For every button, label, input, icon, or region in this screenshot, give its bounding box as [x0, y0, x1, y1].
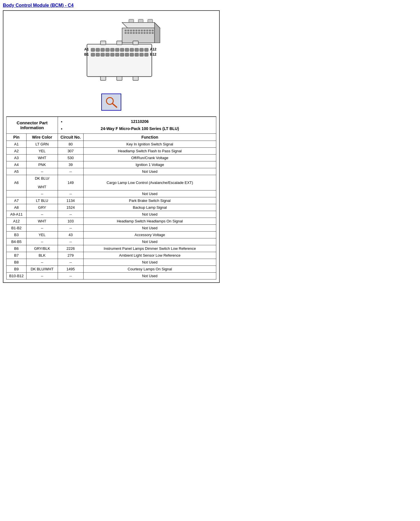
function-cell: Not Used: [84, 273, 216, 279]
svg-rect-26: [138, 19, 143, 23]
circuit-no-cell: --: [58, 225, 84, 232]
svg-rect-16: [130, 32, 132, 34]
function-cell: Ambient Light Sensor Low Reference: [84, 252, 216, 259]
svg-rect-14: [125, 32, 126, 34]
svg-rect-4: [128, 30, 129, 31]
svg-rect-48: [96, 53, 100, 56]
wire-color-cell: LT GRN: [27, 141, 58, 148]
svg-rect-12: [149, 30, 151, 31]
svg-rect-3: [125, 30, 126, 31]
part-info-1: 24-Way F Micro-Pack 100 Series (LT BLU): [65, 125, 214, 132]
table-row: B7BLK279Ambient Light Sensor Low Referen…: [7, 252, 216, 259]
wire-color-cell: --: [27, 273, 58, 279]
svg-rect-54: [125, 53, 129, 56]
pin-cell: [7, 190, 27, 197]
wire-color-cell: YEL: [27, 232, 58, 238]
table-row: ----Not Used: [7, 190, 216, 197]
wire-color-cell: WHT: [27, 218, 58, 225]
function-cell: Not Used: [84, 211, 216, 218]
pin-cell: B6: [7, 245, 27, 252]
table-row: B1-B2----Not Used: [7, 225, 216, 232]
circuit-no-cell: --: [58, 238, 84, 245]
wire-color-cell: BLK: [27, 252, 58, 259]
svg-rect-6: [133, 30, 135, 31]
pin-cell: A7: [7, 197, 27, 204]
table-row: B4-B5----Not Used: [7, 238, 216, 245]
function-cell: Backup Lamp Signal: [84, 204, 216, 211]
circuit-no-cell: --: [58, 259, 84, 266]
wire-color-cell: DK BLU/ WHT: [27, 175, 58, 190]
wire-color-cell: WHT: [27, 155, 58, 161]
svg-rect-25: [129, 19, 134, 23]
circuit-no-cell: 103: [58, 218, 84, 225]
header-wire-color: Wire Color: [27, 134, 58, 141]
circuit-no-cell: 39: [58, 161, 84, 168]
svg-rect-40: [115, 48, 119, 51]
wire-color-cell: GRY/BLK: [27, 245, 58, 252]
svg-rect-53: [120, 53, 124, 56]
wire-color-cell: --: [27, 190, 58, 197]
svg-rect-8: [138, 30, 140, 31]
function-cell: Not Used: [84, 238, 216, 245]
pin-cell: B8: [7, 259, 27, 266]
svg-rect-46: [145, 48, 148, 51]
function-cell: Park Brake Switch Signal: [84, 197, 216, 204]
wire-color-cell: YEL: [27, 148, 58, 155]
pin-cell: A12: [7, 218, 27, 225]
function-cell: Not Used: [84, 225, 216, 232]
svg-rect-39: [110, 48, 114, 51]
svg-rect-29: [100, 41, 106, 44]
svg-rect-33: [117, 77, 122, 80]
svg-rect-58: [145, 53, 148, 56]
pin-cell: B9: [7, 266, 27, 273]
svg-rect-38: [106, 48, 109, 51]
svg-rect-55: [130, 53, 134, 56]
svg-rect-37: [101, 48, 104, 51]
pin-cell: A3: [7, 155, 27, 161]
svg-rect-15: [128, 32, 129, 34]
wire-color-cell: --: [27, 168, 58, 175]
function-cell: Accessory Voltage: [84, 232, 216, 238]
pin-cell: A5: [7, 168, 27, 175]
svg-rect-57: [140, 53, 143, 56]
svg-rect-23: [149, 32, 151, 34]
table-row: A3WHT530Off/Run/Crank Voltage: [7, 155, 216, 161]
circuit-no-cell: 2226: [58, 245, 84, 252]
svg-rect-20: [141, 32, 143, 34]
wire-color-cell: LT BLU: [27, 197, 58, 204]
svg-rect-44: [135, 48, 138, 51]
table-row: A7LT BLU1134Park Brake Switch Signal: [7, 197, 216, 204]
wire-color-cell: --: [27, 225, 58, 232]
function-cell: Not Used: [84, 168, 216, 175]
circuit-no-cell: --: [58, 211, 84, 218]
svg-text:B1: B1: [84, 52, 89, 56]
svg-rect-31: [133, 41, 138, 44]
svg-rect-24: [152, 32, 154, 34]
svg-rect-50: [106, 53, 109, 56]
svg-rect-32: [100, 77, 106, 80]
circuit-no-cell: 149: [58, 175, 84, 190]
table-row: B8----Not Used: [7, 259, 216, 266]
circuit-no-cell: 80: [58, 141, 84, 148]
svg-marker-2: [155, 23, 160, 43]
svg-rect-21: [144, 32, 146, 34]
connector-info-label: Connector Part Information: [7, 117, 58, 134]
function-cell: Instrument Panel Lamps Dimmer Switch Low…: [84, 245, 216, 252]
svg-rect-36: [96, 48, 100, 51]
svg-rect-13: [152, 30, 154, 31]
pin-cell: A8: [7, 204, 27, 211]
function-cell: Key In Ignition Switch Signal: [84, 141, 216, 148]
circuit-no-cell: --: [58, 273, 84, 279]
function-cell: Headlamp Switch Headlamps On Signal: [84, 218, 216, 225]
svg-line-64: [112, 104, 117, 107]
svg-rect-47: [91, 53, 95, 56]
circuit-no-cell: 1495: [58, 266, 84, 273]
svg-rect-34: [133, 77, 138, 80]
pin-cell: B10-B12: [7, 273, 27, 279]
svg-rect-41: [120, 48, 124, 51]
magnify-icon[interactable]: [101, 94, 121, 111]
pin-cell: A2: [7, 148, 27, 155]
part-info-0: 12110206: [65, 118, 214, 125]
circuit-no-cell: --: [58, 168, 84, 175]
table-row: A1LT GRN80Key In Ignition Switch Signal: [7, 141, 216, 148]
